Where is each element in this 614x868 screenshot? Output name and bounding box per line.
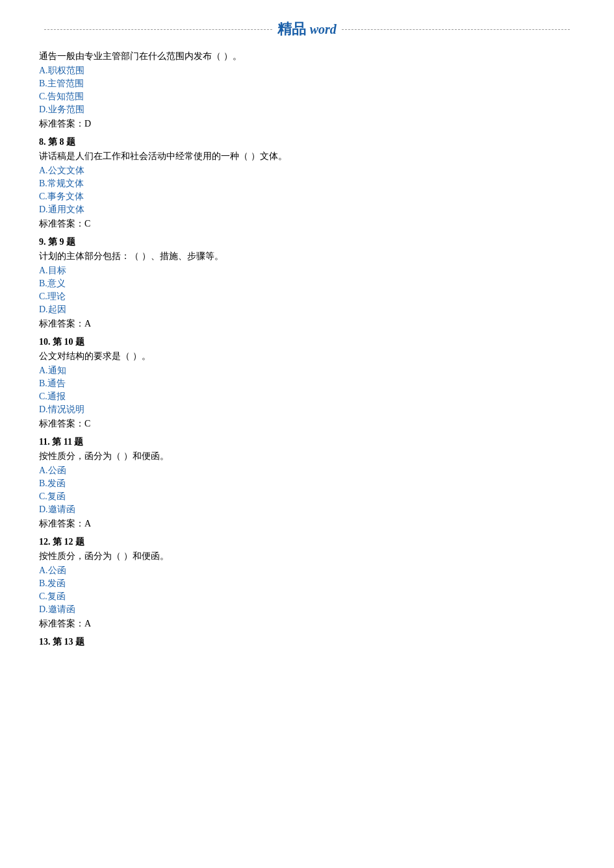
header-dashes-right [342, 29, 570, 30]
option-12b: B.发函 [39, 578, 575, 589]
question-block-7: 通告一般由专业主管部门在什么范围内发布（ ）。 A.职权范围 B.主管范围 C.… [39, 51, 575, 130]
question-intro-8: 8. 第 8 题 [39, 136, 575, 148]
header-title-text: 精品 [277, 21, 306, 37]
question-block-11: 11. 第 11 题 按性质分，函分为（ ）和便函。 A.公函 B.发函 C.复… [39, 436, 575, 530]
question-intro-12: 12. 第 12 题 [39, 536, 575, 548]
option-7c: C.告知范围 [39, 91, 575, 103]
question-intro-10: 10. 第 10 题 [39, 336, 575, 348]
option-7a: A.职权范围 [39, 65, 575, 77]
header-dashes-left [44, 29, 272, 30]
answer-8: 标准答案：C [39, 218, 575, 230]
option-12a: A.公函 [39, 565, 575, 577]
option-11a: A.公函 [39, 465, 575, 477]
option-11d: D.邀请函 [39, 504, 575, 515]
page-header: 精品 word [39, 19, 575, 39]
answer-7: 标准答案：D [39, 118, 575, 130]
option-9d: D.起因 [39, 304, 575, 316]
answer-12: 标准答案：A [39, 618, 575, 630]
option-8d: D.通用文体 [39, 204, 575, 216]
option-9c: C.理论 [39, 291, 575, 303]
question-block-9: 9. 第 9 题 计划的主体部分包括：（ ）、措施、步骤等。 A.目标 B.意义… [39, 236, 575, 330]
question-intro-9: 9. 第 9 题 [39, 236, 575, 248]
question-intro-11: 11. 第 11 题 [39, 436, 575, 448]
option-8b: B.常规文体 [39, 178, 575, 190]
option-9a: A.目标 [39, 265, 575, 277]
question-text-9: 计划的主体部分包括：（ ）、措施、步骤等。 [39, 251, 575, 262]
answer-9: 标准答案：A [39, 318, 575, 330]
option-8c: C.事务文体 [39, 191, 575, 203]
answer-10: 标准答案：C [39, 418, 575, 430]
option-11b: B.发函 [39, 478, 575, 490]
option-12d: D.邀请函 [39, 604, 575, 615]
option-9b: B.意义 [39, 278, 575, 290]
question-block-13: 13. 第 13 题 [39, 636, 575, 648]
header-word-text: word [310, 22, 337, 36]
question-block-8: 8. 第 8 题 讲话稿是人们在工作和社会活动中经常使用的一种（ ）文体。 A.… [39, 136, 575, 230]
header-title: 精品 word [277, 19, 337, 39]
question-block-10: 10. 第 10 题 公文对结构的要求是（ ）。 A.通知 B.通告 C.通报 … [39, 336, 575, 430]
question-block-12: 12. 第 12 题 按性质分，函分为（ ）和便函。 A.公函 B.发函 C.复… [39, 536, 575, 630]
option-11c: C.复函 [39, 491, 575, 502]
answer-11: 标准答案：A [39, 518, 575, 530]
question-text-8: 讲话稿是人们在工作和社会活动中经常使用的一种（ ）文体。 [39, 151, 575, 162]
option-10d: D.情况说明 [39, 404, 575, 415]
question-text-11: 按性质分，函分为（ ）和便函。 [39, 451, 575, 462]
option-12c: C.复函 [39, 591, 575, 602]
option-8a: A.公文文体 [39, 165, 575, 177]
question-text-10: 公文对结构的要求是（ ）。 [39, 351, 575, 362]
option-10a: A.通知 [39, 365, 575, 377]
option-7b: B.主管范围 [39, 78, 575, 90]
question-text-12: 按性质分，函分为（ ）和便函。 [39, 551, 575, 562]
question-intro-13: 13. 第 13 题 [39, 636, 575, 648]
option-7d: D.业务范围 [39, 104, 575, 116]
question-text-7: 通告一般由专业主管部门在什么范围内发布（ ）。 [39, 51, 575, 62]
option-10b: B.通告 [39, 378, 575, 390]
option-10c: C.通报 [39, 391, 575, 403]
